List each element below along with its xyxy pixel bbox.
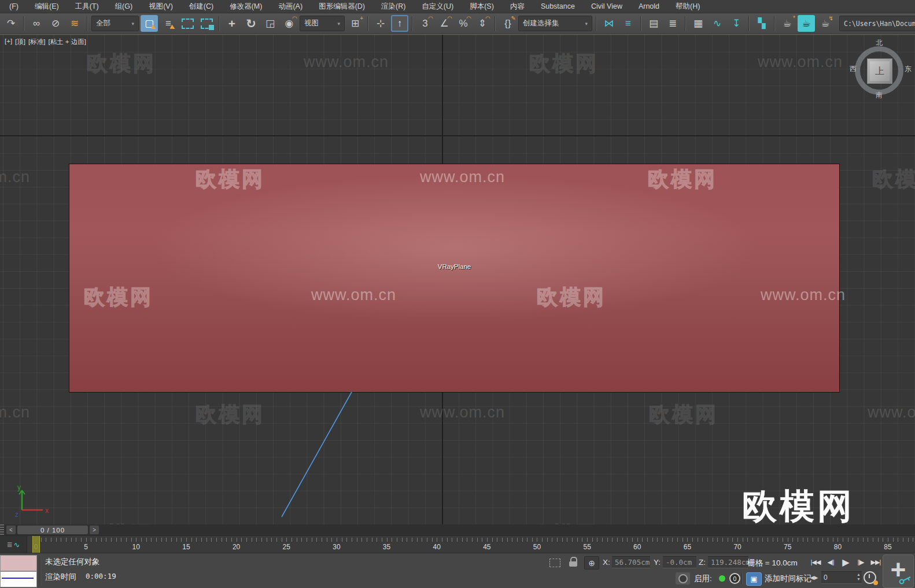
menu-item[interactable]: 视图(V) xyxy=(141,0,181,13)
redo-icon[interactable]: ↷ xyxy=(2,15,20,32)
viewport-top[interactable]: [+] [顶] [标准] [粘土 + 边面] VRayPlane y x z 上… xyxy=(0,34,915,525)
menu-item[interactable]: 动画(A) xyxy=(270,0,311,13)
menu-item[interactable]: 工具(T) xyxy=(67,0,107,13)
add-time-tag-label[interactable]: 添加时间标记 xyxy=(765,574,811,584)
viewport-shading-menu[interactable]: [粘土 + 边面] xyxy=(48,38,86,46)
key-icon xyxy=(899,576,912,585)
macro-recorder-mini-listener[interactable] xyxy=(0,555,37,571)
go-to-start-button[interactable]: |◀◀ xyxy=(809,556,822,569)
snap-toggle-3d-icon[interactable]: 3◠ xyxy=(416,15,434,32)
viewport-renderer-menu[interactable]: [标准] xyxy=(28,38,45,46)
curve-editor-icon[interactable]: ∿ xyxy=(709,15,726,32)
view-cube[interactable]: 上 北 南 西 东 xyxy=(851,38,907,98)
compass-east-label[interactable]: 东 xyxy=(905,64,912,74)
z-coord-field[interactable]: 119.248cm xyxy=(708,556,748,568)
render-setup-icon[interactable]: ☕* xyxy=(779,15,796,32)
timeline-ruler[interactable]: ≣ ∿ 0510152025303540455055606570758085 xyxy=(0,535,915,553)
time-tag-cube-button[interactable]: ▣ xyxy=(746,572,762,586)
select-and-manipulate-icon[interactable]: ⊹ xyxy=(372,15,389,32)
scene-explorer-icon[interactable]: ▤ xyxy=(645,15,662,32)
compass-south-label[interactable]: 南 xyxy=(876,90,883,100)
use-pivot-point-center-icon[interactable]: ⊞+ xyxy=(346,15,364,32)
rectangular-selection-region-icon[interactable] xyxy=(179,15,196,32)
chevron-down-icon: ▾ xyxy=(585,21,588,27)
schematic-view-icon[interactable]: ↧ xyxy=(728,15,745,32)
previous-frame-button[interactable]: ◀|| xyxy=(824,556,837,569)
menu-item[interactable]: (F) xyxy=(1,0,27,13)
select-and-link-icon[interactable]: ∞ xyxy=(28,15,45,32)
menu-item[interactable]: 修改器(M) xyxy=(222,0,270,13)
menu-item[interactable]: Civil View xyxy=(583,0,630,13)
svg-text:x: x xyxy=(45,506,49,515)
time-tag-shield-button[interactable] xyxy=(676,572,690,585)
absolute-relative-coords-toggle[interactable]: ⊕ xyxy=(584,556,599,569)
current-frame-marker[interactable] xyxy=(32,536,40,553)
menu-item[interactable]: 自定义(U) xyxy=(414,0,462,13)
current-frame-field[interactable]: 0 ▲▼ xyxy=(821,571,862,584)
time-configuration-icon[interactable] xyxy=(864,571,876,584)
menu-item[interactable]: 编辑(E) xyxy=(27,0,67,13)
ruler-frame-label: 15 xyxy=(178,543,195,551)
key-mode-toggle-icon[interactable]: ◀▶ xyxy=(809,572,820,583)
viewport-general-menu[interactable]: [+] xyxy=(5,38,12,46)
window-crossing-toggle-icon[interactable] xyxy=(198,15,215,32)
bind-to-space-warp-icon[interactable]: ≋ xyxy=(66,15,83,32)
frame-spinner[interactable]: ▲▼ xyxy=(857,572,861,582)
x-coord-field[interactable]: 56.705cm xyxy=(612,556,650,568)
rendered-frame-window-icon[interactable]: ☕ xyxy=(798,15,815,32)
isolate-selection-icon[interactable] xyxy=(549,559,560,567)
menu-item[interactable]: 组(G) xyxy=(107,0,141,13)
ruler-frame-label: 50 xyxy=(529,543,546,551)
edit-named-selection-sets-icon[interactable]: {}✎ xyxy=(499,15,516,32)
select-by-name-icon[interactable]: ≡ xyxy=(160,15,177,32)
time-slider[interactable]: 0 / 100 xyxy=(17,526,88,534)
view-cube-top-face[interactable]: 上 xyxy=(867,58,892,84)
select-and-scale-icon[interactable]: ◲ xyxy=(261,15,279,32)
layer-explorer-icon[interactable]: ≣ xyxy=(664,15,681,32)
material-editor-icon[interactable]: ▚ xyxy=(753,15,770,32)
play-button[interactable]: ▶ xyxy=(839,556,853,569)
menu-item[interactable]: 帮助(H) xyxy=(667,0,708,13)
menu-item[interactable]: Arnold xyxy=(630,0,667,13)
keyboard-shortcut-override-icon[interactable]: ↑ xyxy=(391,15,408,32)
previous-key-button[interactable]: < xyxy=(6,526,16,534)
menu-item[interactable]: 创建(C) xyxy=(181,0,222,13)
render-production-icon[interactable]: ☕↯ xyxy=(817,15,834,32)
glyph: ↑ xyxy=(397,18,403,29)
mirror-icon[interactable]: ⋈ xyxy=(600,15,618,32)
compass-north-label[interactable]: 北 xyxy=(876,38,883,48)
go-to-end-button[interactable]: ▶▶| xyxy=(869,556,883,569)
add-key-button[interactable]: + xyxy=(883,554,914,588)
mini-curve-editor-button[interactable]: ≣ ∿ xyxy=(0,536,27,553)
align-icon[interactable]: ≡ xyxy=(619,15,637,32)
unlink-selection-icon[interactable]: ⊘ xyxy=(47,15,64,32)
menu-item[interactable]: 脚本(S) xyxy=(462,0,502,13)
next-key-button[interactable]: > xyxy=(90,526,99,534)
compass-west-label[interactable]: 西 xyxy=(850,64,857,74)
next-frame-button[interactable]: ||▶ xyxy=(854,556,868,569)
selection-lock-icon[interactable] xyxy=(569,557,577,567)
menu-item[interactable]: Substance xyxy=(533,0,583,13)
select-and-rotate-icon[interactable]: ↻ xyxy=(242,15,260,32)
trackbar-grip[interactable] xyxy=(0,524,4,535)
vrayplane-object[interactable]: VRayPlane xyxy=(69,164,840,393)
percent-snap-icon[interactable]: %◠ xyxy=(455,15,472,32)
menu-item[interactable]: 图形编辑器(D) xyxy=(311,0,373,13)
named-selection-sets-dropdown[interactable]: 创建选择集▾ xyxy=(518,16,592,31)
accent-glyph: ◠ xyxy=(447,15,452,21)
select-and-place-icon[interactable]: ◉◠ xyxy=(281,15,298,32)
ribbon-toggle-icon[interactable]: ▦ xyxy=(689,15,707,32)
viewport-pov-menu[interactable]: [顶] xyxy=(15,38,25,46)
select-and-move-icon[interactable]: + xyxy=(223,15,241,32)
angle-snap-icon[interactable]: ∠◠ xyxy=(436,15,453,32)
maxscript-mini-listener[interactable] xyxy=(0,571,37,587)
y-coord-field[interactable]: -0.0cm xyxy=(663,556,696,568)
spinner-snap-icon[interactable]: ⇕◠ xyxy=(474,15,491,32)
select-object-icon[interactable]: ▢ xyxy=(141,15,158,32)
menu-item[interactable]: 渲染(R) xyxy=(373,0,414,13)
grid-origin-x-axis xyxy=(0,135,915,136)
menu-item[interactable]: 内容 xyxy=(502,0,533,13)
project-folder-field[interactable]: C:\Users\Han\Documents\3ds Max 2022▾ xyxy=(839,16,915,31)
selection-filter-dropdown[interactable]: 全部▾ xyxy=(91,16,139,31)
reference-coordinate-dropdown[interactable]: 视图▾ xyxy=(300,16,345,31)
